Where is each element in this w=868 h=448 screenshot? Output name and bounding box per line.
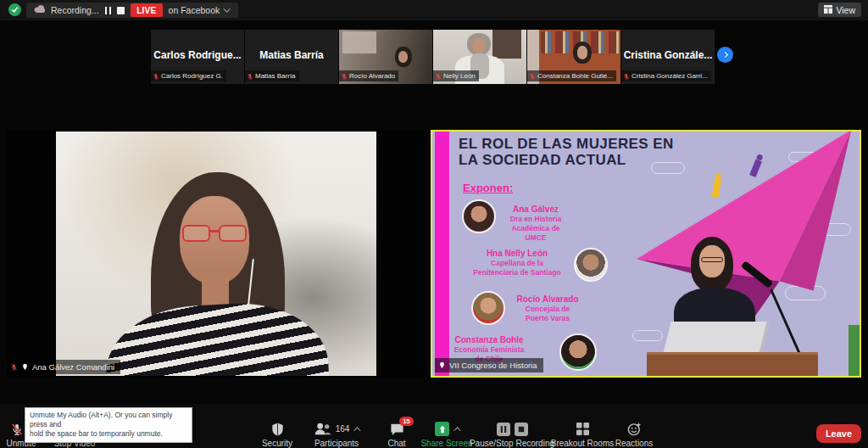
- video-background: [342, 31, 376, 53]
- reactions-button[interactable]: Reactions: [596, 422, 672, 448]
- speaker-entry: Ana Gálvez Dra en Historia Académica de …: [502, 204, 570, 243]
- shield-icon: [271, 423, 284, 436]
- muted-mic-icon: [341, 73, 348, 80]
- shared-screen-video[interactable]: EL ROL DE LAS MUJERES EN LA SOCIEDAD ACT…: [431, 130, 861, 378]
- participant-video-face: [577, 46, 587, 59]
- participants-count: 164: [336, 424, 350, 434]
- share-screen-icon: [435, 422, 449, 436]
- participant-tile-constanza[interactable]: Constanza Bohle Gutié...: [527, 30, 620, 84]
- reactions-smiley-icon: [627, 422, 642, 436]
- red-glasses: [209, 230, 220, 232]
- participant-tile-nelly[interactable]: Nelly León: [433, 30, 526, 84]
- cloud-recording-icon: [34, 5, 45, 15]
- speaker-photo: [462, 199, 496, 233]
- muted-mic-icon: [623, 73, 630, 80]
- slide-heading: Exponen:: [463, 182, 513, 194]
- participant-name-label: Rocío Alvarado: [339, 70, 398, 81]
- encryption-shield-icon: [8, 3, 21, 16]
- presenter-glasses: [701, 257, 723, 262]
- striped-shirt: [103, 299, 330, 376]
- share-options-caret-icon[interactable]: [453, 427, 460, 434]
- green-plant: [849, 325, 860, 376]
- active-speaker-name-label: Ana Gálvez Comandini: [7, 360, 120, 374]
- participant-tile-cristina[interactable]: Cristina Gonzále... Cristina González Ga…: [621, 30, 715, 84]
- security-label: Security: [262, 439, 292, 448]
- participant-video: [56, 132, 376, 376]
- muted-mic-icon: [529, 73, 536, 80]
- speaker-photo: [574, 248, 608, 282]
- participant-tile-carlos[interactable]: Carlos Rodrigue... Carlos Rodríguez G.: [151, 30, 244, 84]
- pause-stop-recording-label: Pause/Stop Recording: [470, 439, 554, 448]
- reactions-label: Reactions: [615, 439, 653, 448]
- top-bar: Recording... LIVE on Facebook View: [0, 0, 868, 20]
- stop-recording-icon[interactable]: [117, 7, 125, 14]
- pin-icon: [438, 361, 446, 369]
- shared-screen-name-label: VII Congreso de Historia: [435, 358, 543, 372]
- participant-big-name: Matias Barría: [245, 49, 338, 61]
- figure-purple: [749, 159, 762, 177]
- recording-controls: Recording... LIVE on Facebook: [26, 3, 238, 18]
- muted-mic-icon: [435, 73, 442, 80]
- breakout-rooms-icon: [576, 423, 589, 435]
- participants-label: Participants: [314, 439, 359, 448]
- view-label: View: [836, 5, 855, 15]
- live-dropdown-caret-icon[interactable]: [224, 5, 231, 12]
- muted-mic-icon: [10, 363, 18, 371]
- pause-recording-icon: [497, 423, 510, 436]
- video-background: [492, 30, 521, 59]
- leave-button[interactable]: Leave: [816, 424, 861, 443]
- participant-big-name: Carlos Rodrigue...: [151, 49, 244, 61]
- wooden-podium: [647, 352, 818, 378]
- unmute-tooltip: Unmute My Audio (Alt+A). Or you can simp…: [25, 407, 192, 443]
- stop-recording-icon: [515, 423, 528, 436]
- podium-laptop: [663, 322, 769, 354]
- participant-video-face: [398, 51, 408, 63]
- recording-status-label: Recording...: [51, 5, 99, 15]
- figure-yellow: [711, 178, 721, 198]
- participants-icon: [314, 423, 331, 435]
- pin-icon: [21, 363, 29, 371]
- speaker-entry: Rocío Alvarado Concejala de Puerto Varas: [513, 294, 582, 323]
- red-glasses: [182, 225, 210, 242]
- participant-name-label: Matias Barría: [245, 70, 299, 81]
- video-figure-face: [180, 196, 249, 284]
- red-glasses: [219, 225, 247, 242]
- muted-mic-icon: [247, 73, 253, 80]
- zoom-meeting-window: Recording... LIVE on Facebook View Carlo…: [0, 0, 868, 448]
- view-button[interactable]: View: [818, 3, 861, 17]
- participant-big-name: Cristina Gonzále...: [621, 49, 715, 61]
- live-badge: LIVE: [131, 3, 162, 17]
- pause-recording-icon[interactable]: [105, 7, 112, 14]
- view-grid-icon: [824, 5, 832, 15]
- muted-mic-icon: [10, 423, 24, 436]
- participant-name-label: Cristina González Garri...: [621, 70, 711, 81]
- speaker-entry: Hna Nelly León Capellana de la Penitenci…: [463, 249, 571, 277]
- participant-tile-rocio[interactable]: Rocío Alvarado: [339, 30, 432, 84]
- speaker-photo: [471, 291, 505, 325]
- filmstrip-next-page-button[interactable]: [717, 47, 733, 63]
- chat-label: Chat: [387, 439, 405, 448]
- participant-name-label: Carlos Rodríguez G.: [151, 70, 226, 81]
- muted-mic-icon: [153, 73, 159, 80]
- slide-title: EL ROL DE LAS MUJERES EN LA SOCIEDAD ACT…: [459, 136, 674, 168]
- chevron-right-icon: [722, 52, 728, 58]
- participant-name-label: Nelly León: [433, 70, 479, 81]
- participant-name-label: Constanza Bohle Gutié...: [527, 70, 616, 81]
- main-video-ana[interactable]: Ana Gálvez Comandini: [7, 130, 424, 378]
- participant-video-face: [472, 38, 486, 53]
- speaker-photo: [559, 333, 597, 371]
- participant-tile-matias[interactable]: Matias Barría Matias Barría: [245, 30, 338, 84]
- live-target-label[interactable]: on Facebook: [169, 5, 220, 15]
